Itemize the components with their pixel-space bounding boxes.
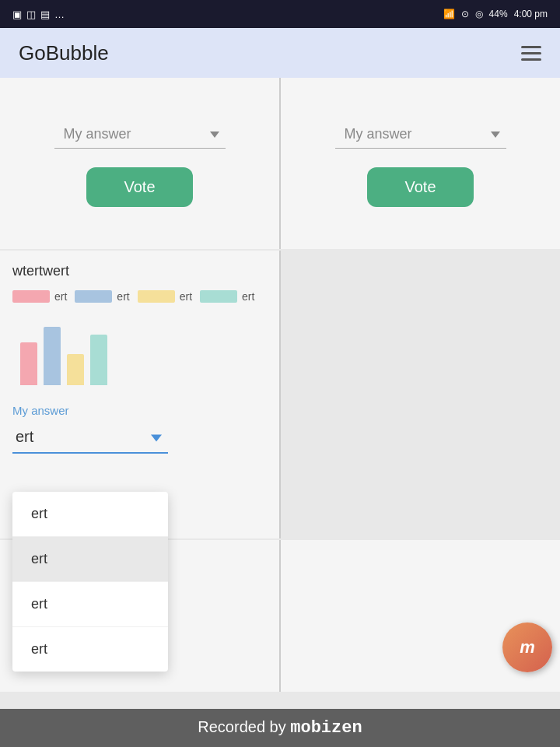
cast-icon: ▤ [40, 9, 50, 20]
mote-button[interactable]: m [502, 622, 552, 672]
bar-1 [20, 342, 37, 385]
screenshot-icon: ◫ [26, 9, 36, 20]
left-vote-button[interactable]: Vote [86, 167, 192, 207]
chart-selected-value: ert [16, 428, 33, 446]
right-select-wrapper[interactable]: My answer [335, 120, 506, 149]
legend-color-4 [200, 290, 237, 303]
my-answer-label: My answer [12, 404, 267, 417]
dropdown-item-4[interactable]: ert [12, 627, 168, 672]
right-answer-select[interactable]: My answer [335, 120, 506, 149]
watermark-brand: mobizen [290, 718, 362, 738]
chart-select-field[interactable]: ert [12, 422, 168, 454]
legend-color-2 [75, 290, 112, 303]
legend-item-2: ert [75, 290, 129, 303]
mote-label: m [520, 637, 535, 658]
location-icon: ◎ [475, 9, 483, 19]
menu-button[interactable] [521, 46, 541, 61]
vote-card-left: My answer Vote [0, 78, 279, 249]
empty-card-right [281, 251, 560, 538]
watermark-bar: Recorded by mobizen [0, 709, 560, 747]
wifi-icon: ⊙ [461, 9, 469, 19]
chart-select-wrapper[interactable]: ert [12, 422, 168, 454]
left-select-wrapper[interactable]: My answer [54, 120, 226, 149]
bar-2 [44, 327, 61, 385]
more-icon: … [54, 9, 65, 20]
legend-item-1: ert [12, 290, 67, 303]
legend-color-3 [138, 290, 175, 303]
chart-title: wtertwert [12, 263, 267, 279]
right-vote-button[interactable]: Vote [367, 167, 473, 207]
app-title: GoBubble [19, 41, 109, 65]
battery-level: 44% [489, 9, 508, 19]
status-bar: ▣ ◫ ▤ … 📶 ⊙ ◎ 44% 4:00 pm [0, 0, 560, 28]
hamburger-line-1 [521, 46, 541, 48]
chart-area [12, 315, 267, 385]
dropdown-popup: ert ert ert ert [12, 492, 168, 672]
status-bar-right: 📶 ⊙ ◎ 44% 4:00 pm [443, 9, 548, 19]
chart-select-arrow-icon [151, 434, 162, 441]
vote-card-right: My answer Vote [281, 78, 560, 249]
watermark-prefix: Recorded by [198, 718, 290, 735]
status-bar-left: ▣ ◫ ▤ … [12, 9, 65, 20]
left-answer-select[interactable]: My answer [54, 120, 226, 149]
signal-icon: 📶 [443, 9, 455, 19]
dropdown-item-3[interactable]: ert [12, 582, 168, 627]
legend-color-1 [12, 290, 50, 303]
dropdown-item-2[interactable]: ert [12, 537, 168, 582]
bar-3 [67, 354, 84, 385]
chart-legend: ert ert ert ert [12, 290, 267, 303]
app-bar: GoBubble [0, 28, 560, 78]
record-icon: ▣ [12, 9, 22, 20]
legend-label-3: ert [180, 290, 192, 303]
hamburger-line-3 [521, 58, 541, 61]
bar-4 [90, 335, 107, 385]
top-card-grid: My answer Vote My answer Vote [0, 78, 560, 249]
content-area: My answer Vote My answer Vote wtertwert [0, 78, 560, 747]
legend-label-2: ert [117, 290, 129, 303]
dropdown-item-1[interactable]: ert [12, 492, 168, 537]
legend-label-4: ert [242, 290, 254, 303]
chart-card: wtertwert ert ert ert ert [0, 251, 279, 538]
legend-item-4: ert [200, 290, 254, 303]
legend-label-1: ert [54, 290, 67, 303]
time-display: 4:00 pm [514, 9, 548, 19]
hamburger-line-2 [521, 52, 541, 54]
legend-item-3: ert [138, 290, 192, 303]
